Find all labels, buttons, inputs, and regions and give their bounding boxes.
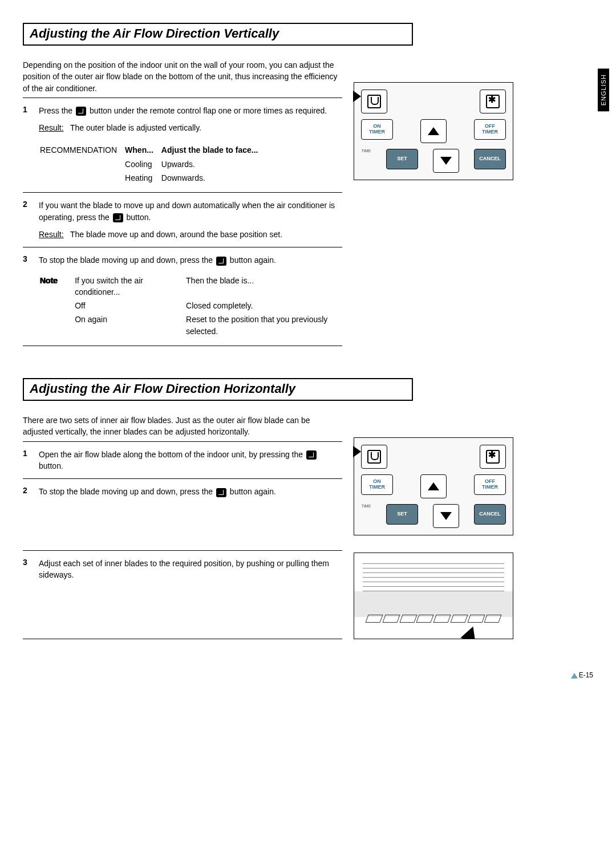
fan-button <box>480 445 506 469</box>
result-text: The blade move up and down, around the b… <box>70 230 282 239</box>
step-body: To stop the blade moving up and down, pr… <box>39 254 342 339</box>
swing-icon <box>367 95 381 108</box>
step-body: Press the button under the remote contro… <box>39 105 342 185</box>
step2-text-b: button. <box>124 213 151 222</box>
fan-icon <box>486 450 500 464</box>
section1-text: Depending on the position of the indoor … <box>23 59 342 350</box>
step3-text-a: To stop the blade moving up and down, pr… <box>39 255 215 265</box>
section1-intro: Depending on the position of the indoor … <box>23 59 342 94</box>
section2-intro: There are two sets of inner air flow bla… <box>23 415 342 438</box>
table-row: Cooling Upwards. <box>40 158 265 170</box>
pointer-icon <box>353 446 361 457</box>
cancel-button: CANCEL <box>474 149 506 169</box>
section2-step1: 1 Open the air flow blade along the bott… <box>23 445 342 476</box>
swing-icon <box>367 450 381 464</box>
rec-header-when: When... <box>125 144 160 156</box>
step-number: 3 <box>23 254 31 339</box>
step3-text-b: button again. <box>228 255 276 265</box>
air-flow-vanes <box>367 615 500 623</box>
note-switch-2: On again <box>75 313 185 338</box>
table-row: Off Closed completely. <box>40 299 341 312</box>
section1-columns: Depending on the position of the indoor … <box>23 59 593 350</box>
section1-step1: 1 Press the button under the remote cont… <box>23 101 342 189</box>
result-label: Result: <box>39 123 64 132</box>
indoor-unit-illustration <box>354 553 513 639</box>
time-label: TIME <box>361 149 371 173</box>
on-timer-button: ON TIMER <box>361 474 393 495</box>
section2-step3: 3 Adjust each set of inner blades to the… <box>23 554 342 584</box>
remote-control-illustration: ON TIMER OFF TIMER TIME SET CANCEL <box>354 82 513 180</box>
note-switch-1: Off <box>75 299 185 312</box>
note-header-blade: Then the blade is... <box>186 274 341 299</box>
section1-illustration: ON TIMER OFF TIMER TIME SET CANCEL <box>354 59 513 350</box>
s2-step2-text-a: To stop the blade moving up and down, pr… <box>39 487 215 496</box>
down-button <box>433 149 459 173</box>
s2-step1-text-a: Open the air flow blade along the bottom… <box>39 450 305 459</box>
step1-text-a: Press the <box>39 106 75 115</box>
fan-icon <box>486 95 500 108</box>
section2-columns: There are two sets of inner air flow bla… <box>23 415 593 643</box>
result-text: The outer blade is adjusted vertically. <box>70 123 201 132</box>
step-number: 2 <box>23 486 31 497</box>
step1-text-b: button under the remote control flap one… <box>87 106 327 115</box>
step-number: 1 <box>23 105 31 185</box>
swing-button-icon <box>216 257 226 266</box>
result-label: Result: <box>39 230 64 239</box>
pointer-icon <box>353 91 361 102</box>
off-timer-button: OFF TIMER <box>474 474 506 495</box>
hand-icon <box>460 624 480 639</box>
rec-adjust-2: Downwards. <box>161 172 265 184</box>
on-timer-button: ON TIMER <box>361 119 393 140</box>
section1-heading: Adjusting the Air Flow Direction Vertica… <box>23 23 413 46</box>
rec-when-2: Heating <box>125 172 160 184</box>
language-tab: ENGLISH <box>598 68 609 111</box>
separator <box>23 247 342 247</box>
separator <box>23 550 342 551</box>
table-row: Heating Downwards. <box>40 172 265 184</box>
separator <box>23 192 342 193</box>
separator <box>23 478 342 479</box>
section1-step3: 3 To stop the blade moving up and down, … <box>23 251 342 342</box>
step-number: 2 <box>23 200 31 240</box>
note-blade-2: Reset to the position that you previousl… <box>186 313 341 338</box>
page-prefix: E- <box>579 671 586 679</box>
section1-title: Adjusting the Air Flow Direction Vertica… <box>30 26 406 41</box>
fan-button <box>480 90 506 113</box>
off-timer-button: OFF TIMER <box>474 119 506 140</box>
recommendation-label: RECOMMENDATION <box>40 144 124 156</box>
step-body: Adjust each set of inner blades to the r… <box>39 558 342 581</box>
recommendation-table: RECOMMENDATION When... Adjust the blade … <box>39 143 266 185</box>
separator <box>23 639 342 639</box>
cancel-button: CANCEL <box>474 504 506 525</box>
separator <box>23 441 342 442</box>
swing-button <box>361 90 387 113</box>
section1-step2: 2 If you want the blade to move up and d… <box>23 196 342 243</box>
rec-adjust-1: Upwards. <box>161 158 265 170</box>
swing-button-icon <box>113 213 123 222</box>
rec-header-adjust: Adjust the blade to face... <box>161 144 265 156</box>
separator <box>23 346 342 346</box>
separator <box>23 98 342 98</box>
step2-text-a: If you want the blade to move up and dow… <box>39 201 335 221</box>
s2-step2-text-b: button again. <box>228 487 276 496</box>
section2-title: Adjusting the Air Flow Direction Horizon… <box>30 381 406 396</box>
arrow-down-icon <box>440 512 452 520</box>
step-body: To stop the blade moving up and down, pr… <box>39 486 342 497</box>
remote-control-illustration: ON TIMER OFF TIMER TIME SET CANCEL <box>354 437 513 535</box>
rec-when-1: Cooling <box>125 158 160 170</box>
page-number: E-15 <box>23 671 593 679</box>
page-number-value: 15 <box>586 671 593 679</box>
section2-text: There are two sets of inner air flow bla… <box>23 415 342 643</box>
swing-button <box>361 445 387 469</box>
step-number: 3 <box>23 558 31 581</box>
note-blade-1: Closed completely. <box>186 299 341 312</box>
set-button: SET <box>386 504 418 525</box>
arrow-down-icon <box>440 157 452 165</box>
step-number: 1 <box>23 449 31 472</box>
section2-step2: 2 To stop the blade moving up and down, … <box>23 482 342 501</box>
down-button <box>433 504 459 528</box>
up-button <box>420 119 447 143</box>
arrow-up-icon <box>428 127 439 135</box>
arrow-up-icon <box>428 482 439 490</box>
table-row: On again Reset to the position that you … <box>40 313 341 338</box>
